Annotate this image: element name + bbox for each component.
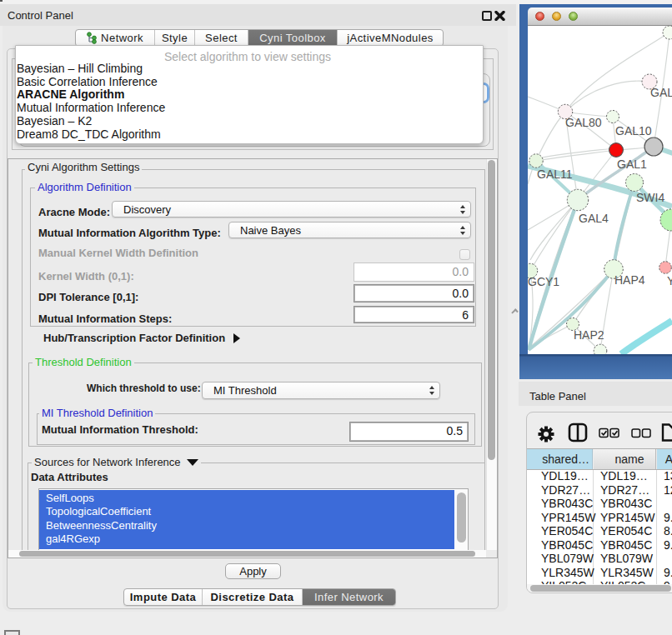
svg-text:GAL80: GAL80 [565, 116, 602, 129]
svg-text:YJL: YJL [667, 274, 672, 288]
svg-text:GAL4: GAL4 [579, 212, 609, 225]
svg-text:HAP2: HAP2 [574, 328, 604, 342]
svg-text:GAL1: GAL1 [617, 158, 647, 171]
svg-text:GCY1: GCY1 [528, 275, 559, 288]
svg-text:SWI4: SWI4 [636, 191, 664, 204]
svg-text:HAP4: HAP4 [614, 273, 645, 287]
svg-text:GAL11: GAL11 [537, 168, 573, 181]
svg-text:GAL10: GAL10 [615, 124, 652, 138]
svg-text:GAL7: GAL7 [650, 86, 672, 99]
